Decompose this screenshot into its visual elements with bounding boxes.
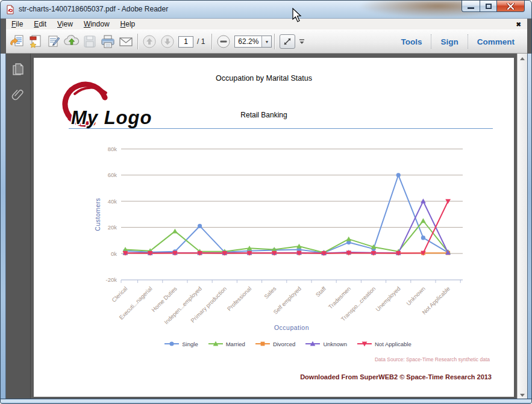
scroll-up-button[interactable] xyxy=(518,54,527,63)
svg-text:20k: 20k xyxy=(108,224,117,231)
toolbar: / 1 62.2% ▼ Tools xyxy=(6,30,527,54)
page-thumbnails-button[interactable] xyxy=(9,61,27,78)
legend-label: Single xyxy=(182,341,198,347)
restore-icon xyxy=(486,4,492,9)
svg-text:0k: 0k xyxy=(111,250,117,257)
minimize-icon xyxy=(468,7,474,9)
close-button[interactable] xyxy=(497,1,525,12)
attachments-button[interactable] xyxy=(9,86,27,103)
sign-button[interactable]: Sign xyxy=(431,35,467,49)
pdf-file-icon xyxy=(5,5,15,14)
print-button[interactable] xyxy=(99,33,117,51)
fit-window-icon xyxy=(283,37,292,46)
legend-label: Not Applicable xyxy=(375,341,412,347)
legend-marker-icon xyxy=(255,340,271,347)
legend-marker-icon xyxy=(357,340,372,347)
save-icon xyxy=(82,34,98,49)
document-canvas[interactable]: Occupation by Marital Status Retail Bank… xyxy=(31,54,527,400)
titlebar[interactable]: str-charts-1400718605037.pdf - Adobe Rea… xyxy=(1,1,532,19)
arrow-up-icon xyxy=(520,57,525,60)
chevron-down-icon[interactable]: ▼ xyxy=(261,36,271,47)
legend-item: Unknown xyxy=(305,340,347,347)
menu-help[interactable]: Help xyxy=(115,19,141,29)
next-page-button[interactable] xyxy=(158,33,177,51)
vertical-scrollbar[interactable] xyxy=(517,54,527,400)
legend-item: Married xyxy=(208,340,245,347)
cloud-upload-icon xyxy=(63,34,80,49)
page-number-input[interactable] xyxy=(178,36,193,48)
window-title: str-charts-1400718605037.pdf - Adobe Rea… xyxy=(19,5,168,13)
restore-button[interactable] xyxy=(480,1,497,12)
print-icon xyxy=(99,34,116,49)
comment-button[interactable]: Comment xyxy=(468,35,524,49)
legend-label: Divorced xyxy=(273,341,296,347)
adobe-reader-window: str-charts-1400718605037.pdf - Adobe Rea… xyxy=(0,0,532,404)
legend-item: Divorced xyxy=(255,340,296,347)
zoom-out-icon xyxy=(216,34,231,49)
legend-marker-icon xyxy=(208,340,224,347)
window-bottom-border xyxy=(1,399,532,403)
svg-text:Customers: Customers xyxy=(94,197,101,231)
legend-item: Single xyxy=(164,340,198,347)
tools-button[interactable]: Tools xyxy=(392,35,431,49)
zoom-level-value: 62.2% xyxy=(235,37,261,46)
navigation-pane xyxy=(6,54,31,400)
legend-item: Not Applicable xyxy=(357,340,412,347)
chart-legend: SingleMarriedDivorcedUnknownNot Applicab… xyxy=(34,340,514,347)
menu-view[interactable]: View xyxy=(52,19,78,29)
close-icon xyxy=(507,3,515,10)
create-pdf-icon xyxy=(28,34,43,49)
menubar-close-icon[interactable]: ✖ xyxy=(516,21,521,28)
toolbar-separator xyxy=(211,34,212,49)
previous-page-button[interactable] xyxy=(140,33,158,51)
svg-text:-20k: -20k xyxy=(106,276,117,283)
svg-text:Unknown: Unknown xyxy=(405,285,427,307)
svg-text:40k: 40k xyxy=(108,198,117,205)
open-icon xyxy=(10,34,25,49)
open-button[interactable] xyxy=(8,33,27,51)
sign-fill-button[interactable] xyxy=(45,33,63,51)
next-page-icon xyxy=(160,34,175,49)
legend-label: Married xyxy=(226,341,245,347)
data-source-note: Data Source: Space-Time Research synthet… xyxy=(375,356,490,362)
page-total-label: / 1 xyxy=(197,37,205,46)
svg-text:80k: 80k xyxy=(108,146,117,152)
email-button[interactable] xyxy=(117,33,135,51)
window-right-border xyxy=(527,54,532,400)
sign-fill-icon xyxy=(46,34,61,49)
legend-label: Unknown xyxy=(323,341,347,347)
zoom-out-button[interactable] xyxy=(214,33,233,51)
window-left-border xyxy=(1,54,6,400)
zoom-level-select[interactable]: 62.2% ▼ xyxy=(234,36,272,48)
svg-text:Staff: Staff xyxy=(315,285,328,298)
svg-text:Clerical: Clerical xyxy=(110,285,128,303)
svg-text:Unemployed: Unemployed xyxy=(374,285,401,312)
svg-text:60k: 60k xyxy=(108,172,117,178)
pdf-page: Occupation by Marital Status Retail Bank… xyxy=(34,58,514,397)
legend-marker-icon xyxy=(305,340,321,347)
arrow-down-icon xyxy=(520,394,525,397)
legend-marker-icon xyxy=(164,340,180,347)
svg-text:Sales: Sales xyxy=(263,285,278,300)
menu-file[interactable]: File xyxy=(6,19,28,29)
toolbar-separator xyxy=(137,34,138,49)
svg-text:Occupation: Occupation xyxy=(274,324,309,331)
email-icon xyxy=(117,34,134,49)
minimize-button[interactable] xyxy=(462,1,480,12)
menu-edit[interactable]: Edit xyxy=(28,19,52,29)
create-pdf-button[interactable] xyxy=(27,33,45,51)
menu-window[interactable]: Window xyxy=(78,19,115,29)
toolbar-separator xyxy=(274,34,275,49)
svg-text:Tradesmen: Tradesmen xyxy=(327,285,352,311)
download-footer: Downloaded From SuperWEB2 © Space-Time R… xyxy=(300,373,492,381)
svg-text:Professional: Professional xyxy=(226,285,253,312)
toolbar-overflow-icon xyxy=(298,37,305,46)
toolbar-overflow-button[interactable] xyxy=(296,34,307,49)
attachments-icon xyxy=(11,88,25,101)
cloud-upload-button[interactable] xyxy=(63,33,81,51)
fit-window-button[interactable] xyxy=(280,34,295,49)
save-button[interactable] xyxy=(81,33,99,51)
page-thumbnails-icon xyxy=(12,63,24,76)
mouse-cursor xyxy=(292,8,304,23)
previous-page-icon xyxy=(142,34,157,49)
